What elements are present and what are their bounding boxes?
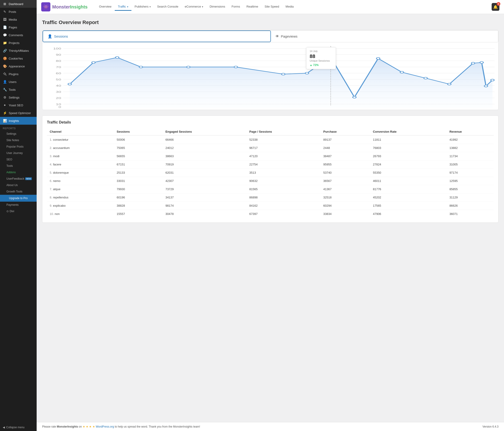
- cell-purchase: 2448: [321, 144, 370, 152]
- sidebar-item-comments[interactable]: 💬 Comments: [0, 31, 37, 39]
- row-rank: 1.: [50, 138, 52, 141]
- col-sessions: Sessions: [114, 128, 163, 135]
- tab-realtime[interactable]: Realtime: [243, 3, 261, 11]
- pageviews-tab[interactable]: 👁 Pageviews: [271, 30, 498, 42]
- users-icon: 👤: [3, 80, 7, 84]
- cell-conversion: 46011: [370, 177, 447, 185]
- cell-conversion: 17565: [370, 202, 447, 210]
- affiliates-icon: 🔗: [3, 49, 7, 53]
- logo-area: 👾 MonsterInsights: [41, 2, 88, 11]
- sidebar-item-users[interactable]: 👤 Users: [0, 78, 37, 86]
- chart-svg: 100 90 80 70 60 50 40 30 20 10 0: [46, 46, 495, 108]
- svg-text:70: 70: [56, 65, 61, 69]
- cell-sessions: 60196: [114, 193, 163, 202]
- tab-media[interactable]: Media: [282, 3, 297, 11]
- sidebar-sub-userjourney[interactable]: User Journey: [0, 150, 37, 156]
- cell-conversion: 26793: [370, 152, 447, 160]
- cell-engaged: 66466: [162, 135, 246, 144]
- svg-text:10: 10: [56, 103, 61, 106]
- cell-page-sessions: 22754: [247, 160, 321, 169]
- cell-purchase: 32518: [321, 193, 370, 202]
- table-row: 2. accusantium 75065 24012 96717 2448 76…: [47, 144, 494, 152]
- sidebar-item-plugins[interactable]: 🔌 Plugins: [0, 70, 37, 78]
- sidebar-sub-tools[interactable]: Tools: [0, 163, 37, 169]
- svg-text:0: 0: [58, 106, 61, 108]
- sidebar-sub-popularposts[interactable]: Popular Posts: [0, 143, 37, 150]
- tools-icon: 🔧: [3, 88, 7, 92]
- notification-button[interactable]: 🔔 0: [492, 3, 499, 11]
- tab-forms[interactable]: Forms: [228, 3, 243, 11]
- cell-page-sessions: 52338: [247, 135, 321, 144]
- insights-icon: 📊: [3, 119, 7, 123]
- sidebar-sub-settings[interactable]: Settings: [0, 131, 37, 137]
- svg-text:20: 20: [56, 96, 61, 100]
- cell-engaged: 70919: [162, 160, 246, 169]
- publishers-arrow: ▾: [149, 6, 151, 8]
- sidebar-divi[interactable]: ⊙ Divi: [0, 208, 37, 214]
- reports-section-label: Reports: [0, 125, 37, 131]
- cell-purchase: 89137: [321, 135, 370, 144]
- wordpress-link[interactable]: WordPress.org: [96, 425, 114, 428]
- sidebar-item-posts[interactable]: ✎ Posts: [0, 8, 37, 16]
- sessions-tab[interactable]: 👤 Sessions: [43, 30, 271, 42]
- new-badge: NEW: [25, 177, 32, 180]
- cell-page-sessions: 3513: [247, 169, 321, 177]
- cell-page-sessions: 96717: [247, 144, 321, 152]
- cell-conversion: 76803: [370, 144, 447, 152]
- svg-point-23: [92, 62, 95, 64]
- sidebar-item-media[interactable]: 🖼 Media: [0, 16, 37, 23]
- sidebar-item-cookieyes[interactable]: 🍪 CookieYes: [0, 55, 37, 62]
- header: 👾 MonsterInsights Overview Traffic ▾ Pub…: [37, 0, 504, 14]
- svg-point-33: [400, 71, 404, 73]
- sidebar-item-speed[interactable]: ⚡ Speed Optimizer: [0, 109, 37, 117]
- svg-point-25: [139, 66, 143, 68]
- cell-conversion: 47906: [370, 210, 447, 218]
- sidebar-item-insights[interactable]: 📊 Insights: [0, 117, 37, 125]
- sidebar-sub-seo[interactable]: SEO: [0, 156, 37, 163]
- sidebar-item-thirstyaffiliates[interactable]: 🔗 ThirstyAffiliates: [0, 47, 37, 55]
- sidebar-sub-addons[interactable]: Addons: [0, 169, 37, 175]
- tab-publishers[interactable]: Publishers ▾: [131, 3, 154, 11]
- sidebar-item-dashboard[interactable]: ⊞ Dashboard: [0, 0, 37, 8]
- collapse-menu-button[interactable]: ◀ Collapse menu: [0, 424, 37, 431]
- cell-engaged: 30478: [162, 210, 246, 218]
- tab-search-console[interactable]: Search Console: [154, 3, 182, 11]
- upgrade-to-pro-button[interactable]: Upgrade to Pro: [0, 195, 37, 202]
- sidebar: ⊞ Dashboard ✎ Posts 🖼 Media 📄 Pages 💬 Co…: [0, 0, 37, 431]
- version-text: Version 6.4.3: [483, 425, 498, 428]
- sidebar-sub-aboutus[interactable]: About Us: [0, 182, 37, 188]
- sidebar-item-tools[interactable]: 🔧 Tools: [0, 86, 37, 93]
- sidebar-item-pages[interactable]: 📄 Pages: [0, 23, 37, 31]
- svg-marker-21: [70, 57, 493, 108]
- cell-engaged: 24012: [162, 144, 246, 152]
- sidebar-item-appearance[interactable]: 🎨 Appearance: [0, 62, 37, 70]
- table-header: Channel Sessions Engaged Sessions Page /…: [47, 128, 494, 135]
- sidebar-item-settings[interactable]: ⚙ Settings: [0, 93, 37, 101]
- cell-engaged: 73729: [162, 185, 246, 193]
- row-rank: 2.: [50, 146, 52, 150]
- tab-traffic[interactable]: Traffic ▾: [115, 3, 131, 11]
- row-rank: 5.: [50, 171, 52, 174]
- svg-text:90: 90: [56, 53, 61, 56]
- sidebar-sub-growthtools[interactable]: Growth Tools: [0, 188, 37, 195]
- logo-icon: 👾: [41, 2, 50, 11]
- cell-conversion: 45202: [370, 193, 447, 202]
- row-rank: 10.: [50, 212, 54, 216]
- svg-point-39: [491, 79, 494, 81]
- tab-ecommerce[interactable]: eCommerce ▾: [182, 3, 207, 11]
- sidebar-payments[interactable]: Payments: [0, 202, 37, 208]
- cell-page-sessions: 86898: [247, 193, 321, 202]
- sidebar-sub-userfeedback[interactable]: UserFeedback NEW: [0, 175, 37, 182]
- cell-sessions: 56655: [114, 152, 163, 160]
- sidebar-item-yoast[interactable]: ✦ Yoast SEO: [0, 101, 37, 109]
- tab-dimensions[interactable]: Dimensions: [206, 3, 228, 11]
- sidebar-sub-sitenotes[interactable]: Site Notes: [0, 137, 37, 143]
- table-row: 4. facere 67151 70919 22754 95955 27824 …: [47, 160, 494, 169]
- tab-sitespeed[interactable]: Site Speed: [261, 3, 282, 11]
- page-title: Traffic Overview Report: [42, 19, 498, 26]
- notification-badge: 0: [497, 2, 500, 6]
- cell-sessions: 79930: [114, 185, 163, 193]
- tab-overview[interactable]: Overview: [96, 3, 115, 11]
- sidebar-item-projects[interactable]: 📁 Projects: [0, 39, 37, 47]
- cell-conversion: 55350: [370, 169, 447, 177]
